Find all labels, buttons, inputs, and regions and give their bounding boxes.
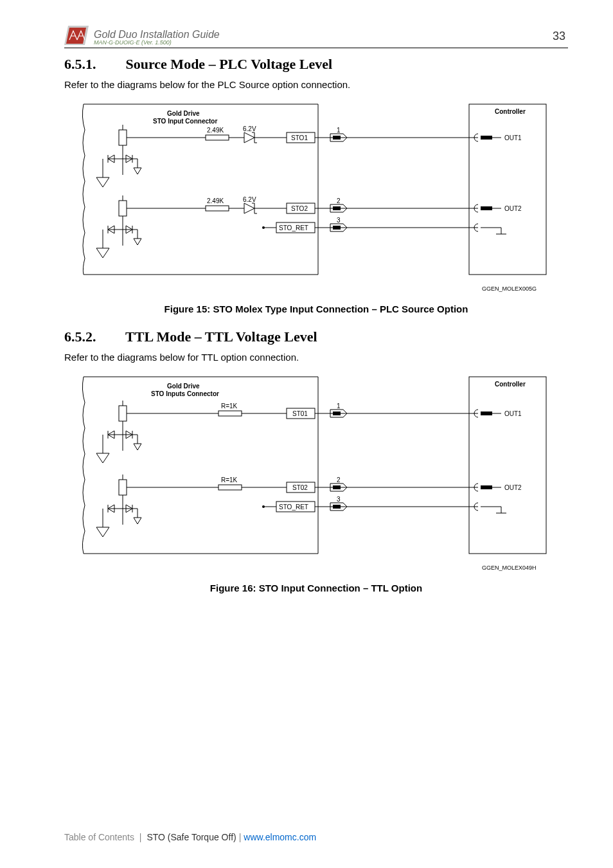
svg-marker-37 <box>134 239 141 245</box>
fig2-ref: GGEN_MOLEX049H <box>482 565 537 571</box>
svg-marker-91 <box>134 518 141 524</box>
footer-chapter: STO (Safe Torque Off) <box>147 832 236 842</box>
fig1-z1: 6.2V <box>243 125 256 132</box>
fig2-sto2: ST02 <box>292 484 308 491</box>
fig1-pin3: 3 <box>337 217 341 224</box>
svg-rect-99 <box>333 485 341 489</box>
fig2-left-title1: Gold Drive <box>167 383 200 390</box>
svg-rect-79 <box>333 411 341 415</box>
fig1-left-title2: STO Input Connector <box>153 118 217 125</box>
logo-icon <box>64 26 89 48</box>
section2-intro: Refer to the diagrams below for TTL opti… <box>64 352 568 363</box>
svg-rect-61 <box>469 377 546 554</box>
section-heading-651: 6.5.1. Source Mode – PLC Voltage Level <box>64 56 568 73</box>
svg-rect-106 <box>333 505 341 509</box>
fig1-pin2: 2 <box>337 197 341 204</box>
figure-15-caption: Figure 15: STO Molex Type Input Connecti… <box>64 303 568 314</box>
svg-point-54 <box>262 226 265 229</box>
footer-sep2: | <box>236 832 244 842</box>
svg-marker-13 <box>96 177 109 187</box>
fig2-storet: STO_RET <box>279 503 308 511</box>
section-title: TTL Mode – TTL Voltage Level <box>125 329 317 345</box>
svg-point-103 <box>262 505 265 508</box>
fig1-sto1: STO1 <box>291 134 308 141</box>
svg-rect-82 <box>119 480 127 495</box>
fig2-left-title2: STO Inputs Connector <box>151 390 219 397</box>
footer-sep: | <box>137 832 145 842</box>
page-header: Gold Duo Installation Guide MAN-G-DUOIG-… <box>64 26 568 48</box>
fig1-r2: 2.49K <box>207 197 224 204</box>
svg-rect-62 <box>119 406 127 421</box>
fig2-r1: R=1K <box>221 402 238 410</box>
fig1-left-title1: Gold Drive <box>167 110 200 117</box>
section-heading-652: 6.5.2. TTL Mode – TTL Voltage Level <box>64 329 568 345</box>
fig2-sto1: ST01 <box>292 410 308 417</box>
svg-rect-26 <box>481 136 492 140</box>
svg-rect-50 <box>333 206 341 210</box>
fig2-out2: OUT2 <box>504 484 522 491</box>
doc-subtitle: MAN-G-DUOIG-E (Ver. 1.500) <box>94 40 553 46</box>
fig1-sto2: STO2 <box>291 205 308 212</box>
fig1-r1: 2.49K <box>207 127 224 134</box>
svg-rect-3 <box>119 130 127 145</box>
svg-rect-2 <box>469 104 546 275</box>
footer-link[interactable]: www.elmomc.com <box>244 832 316 842</box>
page-number: 33 <box>553 30 568 43</box>
svg-marker-72 <box>96 453 109 463</box>
svg-rect-95 <box>218 485 242 490</box>
svg-marker-12 <box>134 168 141 174</box>
page: Gold Duo Installation Guide MAN-G-DUOIG-… <box>0 0 613 868</box>
fig1-pin1: 1 <box>337 127 341 134</box>
svg-marker-38 <box>96 248 109 258</box>
fig2-r2: R=1K <box>221 476 238 484</box>
svg-rect-25 <box>333 136 341 140</box>
svg-rect-57 <box>333 226 341 230</box>
fig2-pin1: 1 <box>337 402 341 410</box>
svg-rect-51 <box>481 206 492 210</box>
fig1-storet: STO_RET <box>279 224 308 231</box>
fig1-out2: OUT2 <box>504 205 522 212</box>
fig1-ref: GGEN_MOLEX005G <box>482 285 537 292</box>
section-number: 6.5.1. <box>64 56 122 73</box>
fig2-pin2: 2 <box>337 476 341 484</box>
svg-rect-80 <box>481 411 492 415</box>
fig1-right-title: Controller <box>495 108 526 115</box>
svg-rect-75 <box>218 411 242 416</box>
svg-rect-41 <box>206 206 229 211</box>
page-footer: Table of Contents | STO (Safe Torque Off… <box>64 832 568 842</box>
fig1-z2: 6.2V <box>243 196 256 203</box>
svg-marker-71 <box>134 444 141 450</box>
fig2-right-title: Controller <box>495 381 526 388</box>
fig2-out1: OUT1 <box>504 410 522 417</box>
footer-toc[interactable]: Table of Contents <box>64 832 134 842</box>
svg-marker-92 <box>96 527 109 537</box>
figure-15: Gold Drive STO Input Connector Controlle… <box>77 98 568 297</box>
section-number: 6.5.2. <box>64 329 122 345</box>
svg-marker-43 <box>244 203 254 213</box>
svg-marker-18 <box>244 132 254 143</box>
svg-rect-28 <box>119 201 127 216</box>
fig2-pin3: 3 <box>337 496 341 503</box>
doc-title: Gold Duo Installation Guide <box>94 29 553 41</box>
figure-16: Gold Drive STO Inputs Connector Controll… <box>77 370 568 576</box>
section1-intro: Refer to the diagrams below for the PLC … <box>64 79 568 90</box>
section-title: Source Mode – PLC Voltage Level <box>126 56 333 72</box>
svg-rect-16 <box>206 135 229 140</box>
fig1-out1: OUT1 <box>504 134 522 141</box>
svg-rect-100 <box>481 485 492 489</box>
figure-16-caption: Figure 16: STO Input Connection – TTL Op… <box>64 583 568 593</box>
